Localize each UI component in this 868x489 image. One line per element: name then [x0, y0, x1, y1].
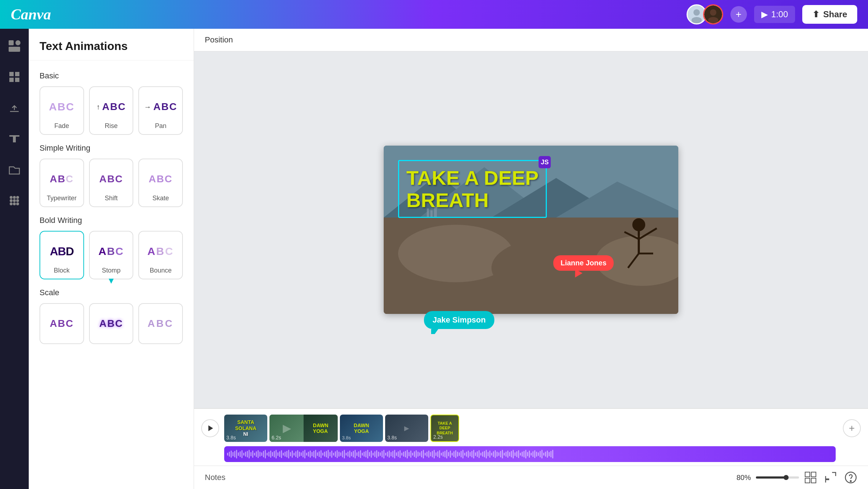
- wave-bar: [258, 450, 259, 458]
- help-icon[interactable]: [844, 471, 857, 484]
- wave-bar: [247, 451, 248, 457]
- wave-bar: [453, 451, 454, 457]
- clip-3[interactable]: DAWNYOGA 3.8s: [340, 415, 383, 442]
- wave-bar: [344, 450, 345, 458]
- wave-bar: [408, 452, 410, 456]
- sidebar-item-folder[interactable]: [4, 160, 24, 180]
- wave-bar: [234, 451, 235, 457]
- animation-typewriter[interactable]: ABC Typewriter: [40, 159, 84, 207]
- scale3-preview: ABC: [143, 311, 179, 336]
- wave-bar: [267, 453, 268, 456]
- sidebar-item-elements[interactable]: [4, 36, 24, 56]
- animation-scale3[interactable]: ABC: [138, 303, 183, 344]
- svg-point-27: [632, 218, 645, 231]
- wave-bar: [382, 451, 383, 457]
- wave-bar: [516, 451, 517, 457]
- wave-bar: [498, 452, 499, 456]
- animation-shift[interactable]: ABC Shift: [89, 159, 134, 207]
- expand-icon[interactable]: [824, 471, 837, 484]
- share-button[interactable]: ⬆ Share: [802, 5, 857, 24]
- audio-track[interactable]: (function(){ const waveContainer = docum…: [224, 446, 836, 462]
- wave-bar: [294, 453, 295, 456]
- canvas-container: JS TAKE A DEEP BREATH Lianne Jones Jake …: [194, 51, 868, 408]
- wave-bar: [383, 450, 384, 458]
- animation-skate[interactable]: ABC Skate: [138, 159, 183, 207]
- wave-bar: [326, 451, 327, 457]
- wave-bar: [525, 450, 526, 458]
- panel-title: Text Animations: [29, 29, 194, 60]
- wave-bar: [380, 452, 381, 456]
- wave-bar: [405, 451, 406, 457]
- wave-bar: [362, 453, 363, 456]
- wave-bar: [310, 451, 311, 458]
- video-canvas[interactable]: JS TAKE A DEEP BREATH Lianne Jones: [384, 146, 678, 314]
- animation-fade[interactable]: ABC Fade: [40, 86, 84, 135]
- sidebar-item-apps[interactable]: [4, 191, 24, 211]
- wave-bar: [319, 451, 320, 457]
- sidebar-item-shapes[interactable]: [4, 67, 24, 87]
- wave-bar: [254, 453, 255, 456]
- clip-2[interactable]: ▶ DAWNYOGA 6.2s: [269, 415, 338, 442]
- canvas-text-line1: TAKE A DEEP: [406, 167, 539, 189]
- animation-scale2[interactable]: ABC: [89, 303, 134, 344]
- position-tab[interactable]: Position: [194, 29, 868, 51]
- wave-bar: [414, 451, 415, 457]
- wave-bar: [392, 451, 393, 457]
- avatar-user2[interactable]: [703, 4, 723, 24]
- wave-bar: [365, 451, 366, 457]
- wave-bar: [432, 451, 433, 457]
- wave-bar: [400, 450, 401, 458]
- sidebar-item-upload[interactable]: [4, 98, 24, 118]
- shift-preview: ABC: [93, 166, 129, 192]
- wave-bar: [259, 452, 260, 457]
- timeline-play-button[interactable]: [201, 419, 219, 437]
- timeline-area: SANTASOLANANI 3.8s ▶ DAWNYOGA: [194, 408, 868, 466]
- timeline-tracks: SANTASOLANANI 3.8s ▶ DAWNYOGA: [201, 415, 861, 442]
- wave-bar: [473, 450, 474, 458]
- wave-bar: [231, 451, 232, 458]
- header-right: + ▶ 1:00 ⬆ Share: [687, 4, 857, 24]
- text-overlay[interactable]: JS TAKE A DEEP BREATH: [398, 160, 547, 218]
- wave-bar: [531, 453, 532, 456]
- animation-scale1[interactable]: ABC: [40, 303, 84, 344]
- add-clip-button[interactable]: +: [843, 419, 861, 437]
- wave-bar: [277, 452, 278, 456]
- wave-bar: [466, 452, 467, 457]
- sidebar-item-text[interactable]: [4, 129, 24, 149]
- wave-bar: [430, 452, 431, 456]
- svg-point-13: [13, 199, 16, 202]
- wave-bar: [292, 451, 293, 458]
- shift-label: Shift: [105, 195, 117, 202]
- wave-bar: [448, 452, 449, 456]
- wave-bar: [446, 450, 447, 458]
- add-collaborator-button[interactable]: +: [730, 6, 747, 23]
- wave-bar: [439, 450, 440, 458]
- wave-bar: [441, 453, 442, 456]
- wave-bar: [346, 453, 347, 456]
- grid-view-icon[interactable]: [804, 471, 817, 484]
- footer-icons: [804, 471, 857, 484]
- footer-bar: Notes 80%: [194, 466, 868, 489]
- wave-bar: [250, 452, 251, 456]
- block-label: Block: [54, 267, 70, 274]
- wave-bar: [304, 450, 305, 458]
- wave-bar: [342, 451, 343, 457]
- clip-5-active[interactable]: TAKE A DEEPBREATH 2.2s: [430, 415, 459, 442]
- wave-bar: [347, 452, 348, 457]
- animation-block[interactable]: ABD Block: [40, 231, 84, 279]
- wave-bar: [283, 453, 284, 456]
- animation-rise[interactable]: ↑ ABC Rise: [89, 86, 134, 135]
- wave-bar: [270, 451, 271, 458]
- play-button[interactable]: ▶ 1:00: [754, 6, 795, 23]
- clip-4[interactable]: ▶ 3.8s: [385, 415, 428, 442]
- animation-bounce[interactable]: ABC ··· Bounce: [138, 231, 183, 279]
- animation-stomp[interactable]: A B C Stomp: [89, 231, 134, 279]
- wave-bar: [276, 450, 277, 458]
- zoom-slider[interactable]: [756, 476, 799, 479]
- wave-bar: [387, 452, 388, 457]
- clip-1[interactable]: SANTASOLANANI 3.8s: [224, 415, 267, 442]
- animation-pan[interactable]: → ABC Pan: [138, 86, 183, 135]
- basic-animations-grid: ABC Fade ↑ ABC Rise → ABC Pan: [40, 86, 183, 135]
- wave-bar: [335, 451, 336, 457]
- svg-rect-37: [805, 472, 810, 477]
